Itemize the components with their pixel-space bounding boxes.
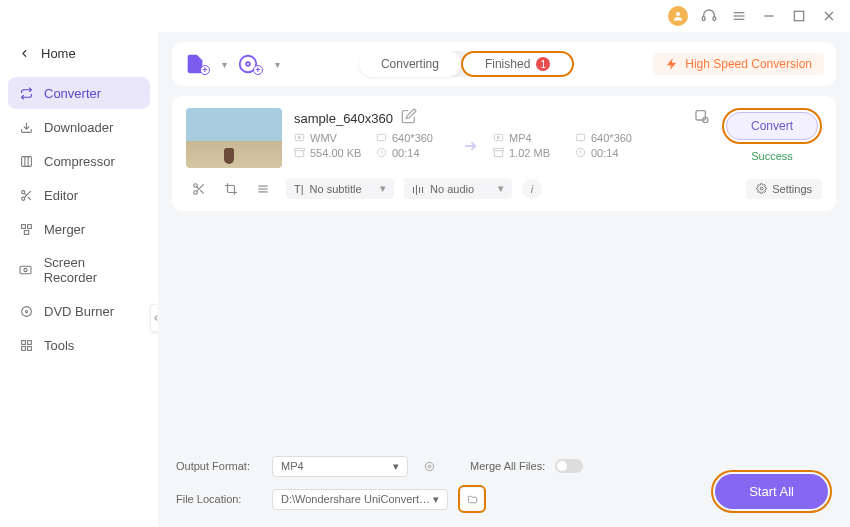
- sidebar-item-compressor[interactable]: Compressor: [8, 145, 150, 177]
- svg-rect-22: [20, 266, 31, 274]
- user-avatar-icon[interactable]: [668, 6, 688, 26]
- dvd-burner-icon: [18, 303, 34, 319]
- close-icon[interactable]: [820, 7, 838, 25]
- downloader-icon: [18, 119, 34, 135]
- compressor-icon: [18, 153, 34, 169]
- crop-icon[interactable]: [224, 182, 238, 196]
- svg-point-50: [760, 187, 763, 190]
- output-format-select[interactable]: MP4 ▾: [272, 456, 408, 477]
- svg-rect-34: [377, 134, 385, 140]
- sidebar-item-screen-recorder[interactable]: Screen Recorder: [8, 247, 150, 293]
- svg-line-18: [24, 193, 26, 195]
- svg-point-23: [24, 268, 27, 271]
- svg-marker-37: [498, 136, 500, 139]
- start-all-button[interactable]: Start All: [715, 474, 828, 509]
- main-panel: + ▾ + ▾ Converting Finished 1: [158, 32, 850, 527]
- tab-finished[interactable]: Finished 1: [461, 51, 574, 77]
- subtitle-dropdown[interactable]: T| No subtitle ▾: [286, 178, 394, 199]
- svg-rect-2: [713, 17, 716, 21]
- output-format-value: MP4: [281, 460, 304, 472]
- tab-label: Finished: [485, 57, 530, 71]
- svg-rect-29: [27, 346, 31, 350]
- home-label: Home: [41, 46, 76, 61]
- high-speed-label: High Speed Conversion: [685, 57, 812, 71]
- svg-rect-7: [794, 11, 803, 20]
- sidebar-item-label: Merger: [44, 222, 85, 237]
- chevron-down-icon: ▾: [498, 182, 504, 195]
- effect-icon[interactable]: [256, 182, 270, 196]
- add-dvd-button[interactable]: + ▾: [237, 53, 280, 75]
- output-settings-icon[interactable]: [694, 108, 710, 124]
- svg-marker-33: [299, 136, 301, 139]
- svg-rect-26: [21, 340, 25, 344]
- dst-dur: 00:14: [591, 147, 619, 159]
- sidebar-item-merger[interactable]: Merger: [8, 213, 150, 245]
- sidebar-item-editor[interactable]: Editor: [8, 179, 150, 211]
- format-icon: [294, 132, 306, 144]
- edit-name-icon[interactable]: [401, 108, 417, 128]
- add-file-button[interactable]: + ▾: [184, 53, 227, 75]
- trim-icon[interactable]: [192, 182, 206, 196]
- svg-line-17: [27, 196, 30, 199]
- file-name: sample_640x360: [294, 111, 393, 126]
- svg-rect-19: [21, 224, 25, 228]
- src-dur: 00:14: [392, 147, 420, 159]
- subtitle-value: No subtitle: [310, 183, 362, 195]
- status-text: Success: [751, 150, 793, 162]
- chevron-down-icon: ▾: [222, 59, 227, 70]
- src-res: 640*360: [392, 132, 433, 144]
- top-controls: + ▾ + ▾ Converting Finished 1: [172, 42, 836, 86]
- chevron-down-icon: ▾: [433, 493, 439, 506]
- maximize-icon[interactable]: [790, 7, 808, 25]
- file-location-select[interactable]: D:\Wondershare UniConverter 1 ▾: [272, 489, 448, 510]
- src-format: WMV: [310, 132, 337, 144]
- home-button[interactable]: Home: [8, 40, 150, 67]
- sidebar: Home Converter Downloader Compressor Edi…: [0, 32, 158, 527]
- svg-rect-11: [21, 156, 31, 166]
- info-icon[interactable]: i: [522, 179, 542, 199]
- svg-point-15: [21, 197, 24, 200]
- tab-converting[interactable]: Converting: [359, 51, 461, 77]
- output-settings-gear-icon[interactable]: [418, 455, 440, 477]
- svg-rect-20: [27, 224, 31, 228]
- sidebar-item-label: Screen Recorder: [44, 255, 140, 285]
- sidebar-item-label: Converter: [44, 86, 101, 101]
- svg-rect-28: [21, 346, 25, 350]
- merge-toggle[interactable]: [555, 459, 583, 473]
- sidebar-item-tools[interactable]: Tools: [8, 329, 150, 361]
- svg-rect-38: [576, 134, 584, 140]
- svg-rect-40: [696, 111, 705, 120]
- svg-rect-21: [24, 230, 28, 234]
- sidebar-item-label: DVD Burner: [44, 304, 114, 319]
- support-icon[interactable]: [700, 7, 718, 25]
- svg-line-45: [200, 190, 204, 194]
- convert-button[interactable]: Convert: [726, 112, 818, 140]
- video-thumbnail[interactable]: [186, 108, 282, 168]
- sidebar-item-label: Tools: [44, 338, 74, 353]
- resolution-icon: [575, 132, 587, 144]
- converter-icon: [18, 85, 34, 101]
- resolution-icon: [376, 132, 388, 144]
- svg-point-24: [21, 306, 31, 316]
- settings-label: Settings: [772, 183, 812, 195]
- src-size: 554.00 KB: [310, 147, 361, 159]
- audio-icon: ı|ıı: [412, 183, 424, 195]
- audio-dropdown[interactable]: ı|ıı No audio ▾: [404, 178, 512, 199]
- settings-button[interactable]: Settings: [746, 179, 822, 199]
- svg-point-31: [246, 62, 250, 66]
- file-card: sample_640x360 WMV 554.00 KB 640*3: [172, 96, 836, 211]
- minimize-icon[interactable]: [760, 7, 778, 25]
- subtitle-icon: T|: [294, 183, 304, 195]
- sidebar-item-dvd-burner[interactable]: DVD Burner: [8, 295, 150, 327]
- tab-label: Converting: [381, 57, 439, 71]
- dst-format: MP4: [509, 132, 532, 144]
- finished-count-badge: 1: [536, 57, 550, 71]
- menu-icon[interactable]: [730, 7, 748, 25]
- sidebar-item-downloader[interactable]: Downloader: [8, 111, 150, 143]
- svg-rect-27: [27, 340, 31, 344]
- chevron-down-icon: ▾: [393, 460, 399, 473]
- sidebar-item-converter[interactable]: Converter: [8, 77, 150, 109]
- dst-size: 1.02 MB: [509, 147, 550, 159]
- open-folder-button[interactable]: [461, 488, 483, 510]
- high-speed-conversion-button[interactable]: High Speed Conversion: [653, 53, 824, 75]
